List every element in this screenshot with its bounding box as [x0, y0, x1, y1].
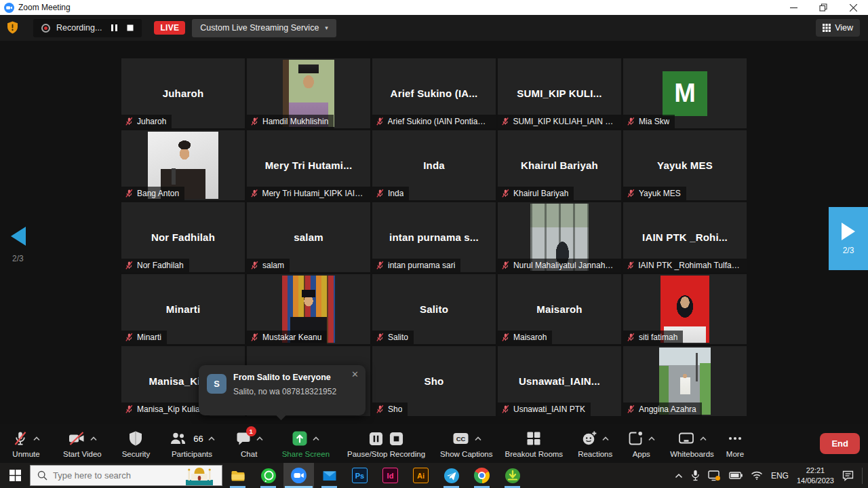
chrome-icon[interactable]	[467, 463, 497, 488]
chevron-up-icon[interactable]	[648, 436, 655, 441]
participant-name-center: intan purnama s...	[384, 231, 484, 243]
participant-tile[interactable]: Maisaroh Maisaroh	[498, 274, 621, 344]
file-explorer-icon[interactable]	[222, 463, 253, 488]
zoom-app-icon	[4, 3, 14, 13]
apps-button[interactable]: Apps	[627, 430, 655, 458]
tray-chevron-up-icon[interactable]	[675, 473, 683, 478]
participant-label-text: Maisaroh	[513, 333, 547, 342]
chevron-up-icon[interactable]	[256, 436, 263, 441]
chevron-up-icon[interactable]	[208, 436, 215, 441]
streaming-service-label: Custom Live Streaming Service	[200, 23, 319, 33]
participant-tile[interactable]: Yayuk MES Yayuk MES	[623, 130, 747, 200]
mail-icon[interactable]	[314, 463, 344, 488]
stop-recording-icon[interactable]	[127, 24, 134, 31]
start-button[interactable]	[0, 463, 30, 488]
participant-tile[interactable]: Anggina Azahra	[623, 346, 747, 416]
participant-tile[interactable]: SUMI_KIP KULI... SUMI_KIP KULIAH_IAIN PT…	[498, 58, 621, 128]
previous-page-button[interactable]: 2/3	[11, 227, 26, 263]
participant-tile[interactable]: intan purnama s... intan purnama sari	[372, 202, 496, 272]
restore-button[interactable]	[808, 0, 838, 15]
mic-muted-icon	[627, 333, 635, 342]
share-screen-button[interactable]: Share Screen	[282, 430, 330, 458]
pause-recording-icon[interactable]	[111, 24, 118, 32]
tray-display-icon[interactable]	[708, 470, 721, 481]
encryption-shield-icon[interactable]	[7, 21, 18, 35]
zoom-taskbar-icon[interactable]	[283, 463, 314, 488]
participant-name-center: Salito	[414, 303, 454, 315]
unmute-button[interactable]: Unmute	[12, 430, 40, 458]
participant-label: Juharoh	[121, 115, 172, 128]
participant-tile[interactable]: Hamdil Mukhlishin	[247, 58, 370, 128]
photoshop-icon[interactable]: Ps	[344, 463, 375, 488]
mic-muted-icon	[376, 261, 384, 270]
language-indicator[interactable]: ENG	[771, 471, 789, 481]
view-button[interactable]: View	[816, 19, 860, 37]
participant-label-text: SUMI_KIP KULIAH_IAIN PTK	[513, 117, 616, 126]
participant-tile[interactable]: IAIN PTK _Rohi... IAIN PTK _Rohimah Tulf…	[623, 202, 747, 272]
participant-tile[interactable]: M Mia Skw	[623, 58, 747, 128]
show-captions-button[interactable]: CC Show Captions	[440, 430, 492, 458]
show-desktop-divider[interactable]	[862, 468, 863, 484]
reactions-button[interactable]: Reactions	[578, 430, 612, 458]
clock[interactable]: 22:21 14/06/2023	[797, 466, 834, 485]
indesign-icon[interactable]: Id	[375, 463, 406, 488]
participant-tile[interactable]: salam salam	[247, 202, 370, 272]
chevron-up-icon[interactable]	[475, 436, 481, 441]
next-page-button[interactable]: 2/3	[829, 207, 868, 270]
idm-icon[interactable]	[497, 463, 528, 488]
participant-tile[interactable]: Inda Inda	[372, 130, 496, 200]
chevron-up-icon[interactable]	[313, 436, 319, 441]
pause-icon[interactable]	[369, 432, 383, 446]
participant-tile[interactable]: Salito Salito	[372, 274, 496, 344]
participant-tile[interactable]: Bang Anton	[121, 130, 245, 200]
chevron-up-icon[interactable]	[700, 436, 707, 441]
stop-icon[interactable]	[389, 432, 403, 446]
participant-label-text: Khairul Bariyah	[513, 189, 568, 198]
pause-stop-recording-button[interactable]: Pause/Stop Recording	[347, 430, 425, 458]
telegram-icon[interactable]	[436, 463, 467, 488]
tray-battery-icon[interactable]	[729, 472, 743, 479]
participant-label: Yayuk MES	[623, 187, 686, 200]
chevron-up-icon[interactable]	[90, 436, 97, 441]
shield-icon	[128, 430, 143, 447]
participant-tile[interactable]: Arief Sukino (IA... Arief Sukino (IAIN P…	[372, 58, 496, 128]
participant-tile[interactable]: Juharoh Juharoh	[121, 58, 245, 128]
chat-button[interactable]: 1 Chat	[235, 430, 263, 458]
chevron-up-icon[interactable]	[602, 436, 609, 441]
action-center-icon[interactable]	[842, 470, 854, 481]
minimize-button[interactable]	[778, 0, 808, 15]
taskbar-search[interactable]	[30, 465, 222, 486]
participant-tile[interactable]: siti fatimah	[623, 274, 747, 344]
participant-label: Mia Skw	[623, 115, 675, 128]
close-icon[interactable]: ✕	[351, 370, 359, 379]
participant-tile[interactable]: Minarti Minarti	[121, 274, 245, 344]
participant-tile[interactable]: Nor Fadhilah Nor Fadhilah	[121, 202, 245, 272]
breakout-rooms-button[interactable]: Breakout Rooms	[505, 430, 563, 458]
streaming-service-dropdown[interactable]: Custom Live Streaming Service ▾	[192, 19, 336, 37]
whatsapp-icon[interactable]	[253, 463, 283, 488]
mic-muted-icon	[125, 117, 134, 126]
start-video-button[interactable]: Start Video	[63, 430, 102, 458]
participant-tile[interactable]: Khairul Bariyah Khairul Bariyah	[498, 130, 621, 200]
chat-notification-popup[interactable]: S From Salito to Everyone Salito, no wa …	[199, 365, 366, 415]
security-button[interactable]: Security	[122, 430, 151, 458]
more-button[interactable]: More	[726, 430, 744, 458]
end-meeting-button[interactable]: End	[820, 433, 860, 454]
chevron-up-icon[interactable]	[33, 436, 40, 441]
mic-muted-icon	[501, 261, 510, 270]
mic-muted-icon	[501, 333, 510, 342]
whiteboards-button[interactable]: Whiteboards	[670, 430, 714, 458]
participant-tile[interactable]: Sho Sho	[372, 346, 496, 416]
tray-microphone-icon[interactable]	[691, 470, 700, 481]
participant-tile[interactable]: Usnawati_IAIN... Usnawati_IAIN PTK	[498, 346, 621, 416]
participant-tile[interactable]: Mery Tri Hutami... Mery Tri Hutami_KIPK …	[247, 130, 370, 200]
illustrator-icon[interactable]: Ai	[406, 463, 436, 488]
participant-name-center: Usnawati_IAIN...	[513, 375, 606, 387]
close-button[interactable]	[838, 0, 868, 15]
participant-tile[interactable]: Mustakar Keanu	[247, 274, 370, 344]
participants-button[interactable]: 66 Participants	[169, 430, 214, 458]
participant-tile[interactable]: Nurul Mahaliyatul Jannah_...	[498, 202, 621, 272]
search-input[interactable]	[53, 470, 180, 481]
tray-wifi-icon[interactable]	[751, 471, 763, 480]
search-icon	[37, 470, 47, 481]
